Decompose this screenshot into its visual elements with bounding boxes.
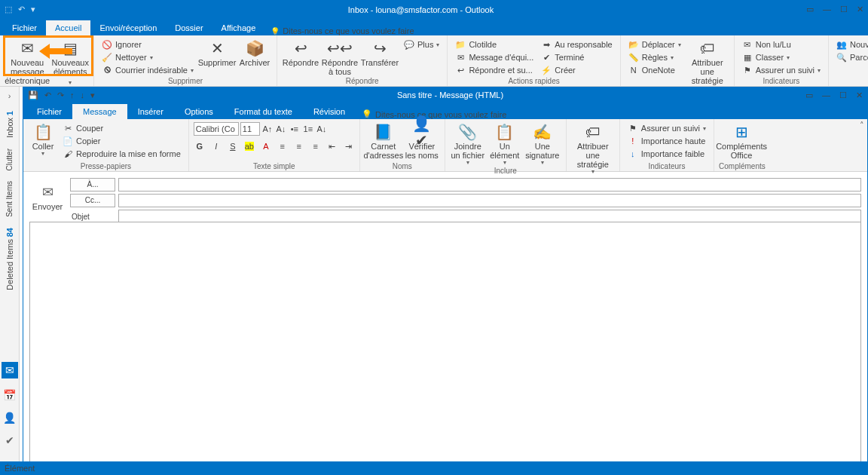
tell-me-main[interactable]: Dites-nous ce que vous voulez faire [270,26,414,35]
new-items-button[interactable]: ▤ Nouveaux éléments [51,37,89,87]
office-addins-button[interactable]: ⊞Compléments Office [719,121,764,162]
to-field[interactable] [118,178,861,192]
ctab-format[interactable]: Format du texte [224,104,303,119]
read-unread-button[interactable]: ✉Non lu/Lu [739,38,824,51]
nav-calendar-icon[interactable]: 📅 [3,389,16,401]
new-group-button[interactable]: 👥Nouveau groupe [833,38,868,51]
bullets-icon[interactable]: •≡ [289,123,301,135]
signature-button[interactable]: ✍Une signature [524,121,561,167]
align-right-icon[interactable]: ≡ [310,140,322,152]
numbering-icon[interactable]: 1≡ [302,123,314,135]
qa-done[interactable]: ✔Terminé [538,51,615,63]
tab-envoi[interactable]: Envoi/réception [90,20,166,35]
undo-icon[interactable]: ↶ [18,5,25,14]
ignore-button[interactable]: 🚫Ignorer [99,38,197,51]
close-icon[interactable]: ✕ [856,90,863,100]
junk-button[interactable]: 🛇Courrier indésirable [99,64,197,76]
ctab-fichier[interactable]: Fichier [26,104,72,119]
followup-button[interactable]: ⚑Assurer un suivi [739,64,824,76]
align-center-icon[interactable]: ≡ [293,140,305,152]
maximize-icon[interactable]: ☐ [839,90,847,100]
tab-affichage[interactable]: Affichage [212,20,265,35]
prev-icon[interactable]: ↑ [70,90,75,100]
redo-icon[interactable]: ↷ [57,90,64,100]
underline-button[interactable]: S [227,140,239,152]
tab-accueil[interactable]: Accueil [46,20,90,35]
ctab-options[interactable]: Options [174,104,224,119]
tab-fichier[interactable]: Fichier [3,20,46,35]
address-book-compose-button[interactable]: 📘Carnet d'adresses [365,121,402,162]
qa-team[interactable]: ✉Message d'équi... [452,51,536,63]
maximize-icon[interactable]: ☐ [840,5,848,14]
low-importance-button[interactable]: ↓Importance faible [625,148,709,160]
rules-button[interactable]: 📏Règles [625,51,684,63]
message-body-editor[interactable] [29,222,861,468]
indent-dec-icon[interactable]: ⇤ [326,140,338,152]
indent-inc-icon[interactable]: ⇥ [343,140,355,152]
paste-button[interactable]: 📋Coller [28,121,58,162]
reply-all-button[interactable]: ↩↩Répondre à tous [321,37,359,77]
undo-icon[interactable]: ↶ [44,90,51,100]
assign-policy-compose-button[interactable]: 🏷Attribuer une stratégie [571,121,615,176]
bold-button[interactable]: G [194,140,206,152]
browse-groups-button[interactable]: 🔍Parcourir les groupes [833,51,868,63]
highlight-button[interactable]: ab [243,140,255,152]
archive-button[interactable]: 📦Archiver [237,37,272,77]
rail-deleted[interactable]: Deleted Items 84 [5,228,14,290]
nav-tasks-icon[interactable]: ✔ [5,434,14,446]
attach-item-button[interactable]: 📋Un élément [487,121,522,167]
qa-clotilde[interactable]: 📁Clotilde [452,38,536,51]
ribbon-options-icon[interactable]: ▭ [805,90,813,100]
qa-manager[interactable]: ➡Au responsable [538,38,615,51]
ribbon-options-icon[interactable]: ▭ [806,5,814,14]
forward-button[interactable]: ↪Transférer [360,37,399,77]
copy-button[interactable]: 📄Copier [60,135,184,147]
sort-icon[interactable]: A↓ [316,123,328,135]
align-left-icon[interactable]: ≡ [277,140,289,152]
qa-create[interactable]: ⚡Créer [538,64,615,76]
high-importance-button[interactable]: !Importance haute [625,135,709,147]
font-size-input[interactable] [240,122,260,136]
rail-clutter[interactable]: Clutter [5,149,14,170]
new-email-button[interactable]: ✉ Nouveau message électronique [5,37,50,87]
font-color-button[interactable]: A [260,140,272,152]
clean-button[interactable]: 🧹Nettoyer [99,51,197,63]
ctab-revision[interactable]: Révision [303,104,356,119]
assign-policy-button[interactable]: 🏷Attribuer une stratégie [686,37,729,92]
qa-reply-del[interactable]: ↩Répondre et su... [452,64,536,76]
onenote-button[interactable]: NOneNote [625,64,684,76]
nav-mail-icon[interactable]: ✉ [2,362,18,378]
italic-button[interactable]: I [210,140,222,152]
reply-more-button[interactable]: 💬Plus [401,38,442,51]
ctab-message[interactable]: Message [72,104,127,119]
followup-compose-button[interactable]: ⚑Assurer un suivi [625,122,709,134]
reply-button[interactable]: ↩Répondre [282,37,319,77]
to-picker-button[interactable]: À... [70,178,115,192]
cc-field[interactable] [118,194,861,207]
shrink-font-icon[interactable]: A↓ [275,123,287,135]
minimize-icon[interactable]: — [823,5,831,14]
ctab-inserer[interactable]: Insérer [127,104,174,119]
tab-dossier[interactable]: Dossier [166,20,212,35]
minimize-icon[interactable]: — [822,90,830,100]
collapse-ribbon-icon[interactable]: ˄ [860,121,864,130]
move-button[interactable]: 📂Déplacer [625,38,684,51]
nav-people-icon[interactable]: 👤 [3,412,16,424]
close-icon[interactable]: ✕ [857,5,863,14]
check-names-button[interactable]: 👤✔Vérifier les noms [404,121,440,162]
send-button[interactable]: ✉ Envoyer [32,181,63,214]
categorize-button[interactable]: ▦Classer [739,51,824,63]
expand-rail-icon[interactable]: › [8,91,11,100]
cut-button[interactable]: ✂Couper [60,122,184,134]
delete-button[interactable]: ✕Supprimer [198,37,236,77]
font-name-input[interactable] [194,122,239,136]
grow-font-icon[interactable]: A↑ [261,123,274,135]
save-icon[interactable]: 💾 [28,90,38,100]
rail-inbox[interactable]: Inbox 1 [5,111,14,138]
attach-file-button[interactable]: 📎Joindre un fichier [450,121,486,167]
format-painter-button[interactable]: 🖌Reproduire la mise en forme [60,148,184,160]
cc-picker-button[interactable]: Cc... [70,194,115,207]
next-icon[interactable]: ↓ [81,90,85,100]
rail-sent[interactable]: Sent Items [5,181,14,217]
tell-me-compose[interactable]: 💡 Dites-nous ce que vous voulez faire [362,109,506,119]
